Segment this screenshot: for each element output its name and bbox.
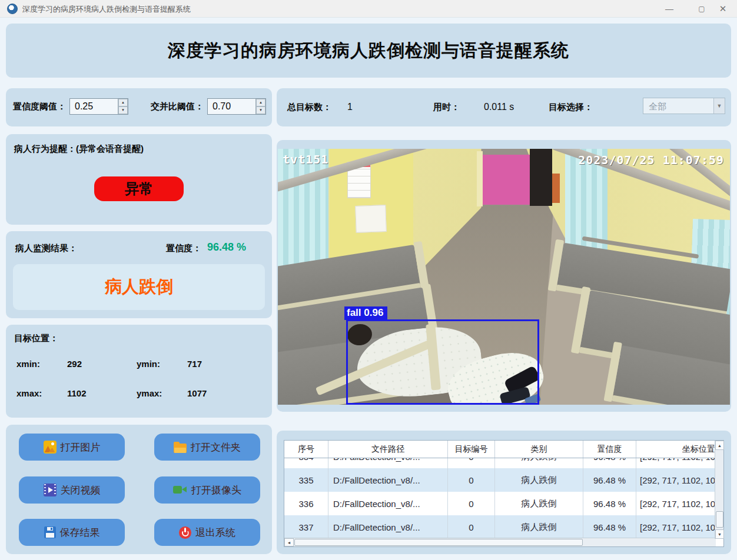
power-icon [179, 526, 191, 539]
ymin-value: 717 [187, 359, 202, 369]
page-title: 深度学习的病房环境病人跌倒检测与语音提醒系统 [6, 24, 731, 78]
confidence-threshold-value[interactable]: 0.25 [70, 99, 118, 114]
target-position-panel: 目标位置： xmin: 292 ymin: 717 xmax: 1102 yma… [6, 325, 272, 418]
video-panel: fall 0.96 tvt151 2023/07/25 11:07:59 [277, 140, 731, 412]
camera-icon [173, 484, 187, 496]
iou-threshold-spinner[interactable]: 0.70 ▲ ▼ [207, 98, 266, 115]
open-image-button[interactable]: 打开图片 [19, 434, 125, 461]
elapsed-time-label: 用时： [433, 102, 460, 113]
monitor-result-label: 病人监测结果： [15, 243, 77, 254]
vertical-scrollbar[interactable]: ▲ ▼ [715, 441, 723, 539]
horizontal-scrollbar[interactable]: ◄ [284, 538, 716, 546]
ymax-value: 1077 [187, 388, 207, 398]
scroll-left-icon[interactable]: ◄ [284, 538, 294, 546]
app-icon [7, 4, 18, 14]
table-viewport: 334 D:/FallDetection_v8/... 0 病人跌倒 96.48… [284, 458, 716, 539]
behavior-alert-label: 病人行为提醒：(异常会语音提醒) [14, 144, 144, 155]
ymin-label: ymin: [137, 359, 160, 369]
spin-down-icon[interactable]: ▼ [256, 106, 265, 114]
results-table: 序号 文件路径 目标编号 类别 置信度 坐标位置 334 D:/FallDete… [284, 440, 724, 547]
image-icon [44, 441, 57, 454]
scroll-up-icon[interactable]: ▲ [715, 441, 724, 450]
confidence-threshold-spinner[interactable]: 0.25 ▲ ▼ [69, 98, 128, 115]
thresholds-panel: 置信度阈值： 0.25 ▲ ▼ 交并比阈值： 0.70 ▲ ▼ [6, 88, 272, 126]
detection-label: fall 0.96 [344, 306, 387, 320]
save-icon [44, 526, 56, 538]
close-button[interactable]: ✕ [710, 0, 736, 18]
target-select-value: 全部 [643, 98, 713, 114]
titlebar: 深度学习的病房环境病人跌倒检测与语音提醒系统 — ▢ ✕ [0, 0, 737, 18]
wall-papers [355, 205, 387, 233]
target-position-label: 目标位置： [14, 333, 58, 344]
confidence-label: 置信度： [166, 243, 201, 254]
results-table-panel: 序号 文件路径 目标编号 类别 置信度 坐标位置 334 D:/FallDete… [277, 431, 731, 554]
header-category[interactable]: 类别 [495, 441, 583, 458]
camera-id-overlay: tvt151 [283, 152, 328, 166]
close-video-button[interactable]: 关闭视频 [19, 476, 125, 504]
stats-panel: 总目标数： 1 用时： 0.011 s 目标选择： 全部 ▼ [277, 88, 731, 126]
open-camera-button[interactable]: 打开摄像头 [154, 476, 260, 504]
total-targets-value: 1 [347, 102, 353, 112]
spinner-buttons: ▲ ▼ [118, 99, 128, 114]
minimize-button[interactable]: — [656, 0, 682, 18]
header-coordinates[interactable]: 坐标位置 [636, 441, 716, 458]
xmax-label: xmax: [16, 388, 42, 398]
spin-up-icon[interactable]: ▲ [118, 99, 128, 106]
doorway [530, 149, 552, 206]
film-icon [44, 484, 57, 496]
ymax-label: ymax: [137, 388, 162, 398]
spin-up-icon[interactable]: ▲ [256, 99, 265, 106]
header-target-id[interactable]: 目标编号 [448, 441, 495, 458]
monitor-result-panel: 病人监测结果： 置信度： 96.48 % 病人跌倒 [6, 231, 272, 318]
table-row[interactable]: 335 D:/FallDetection_v8/... 0 病人跌倒 96.48… [284, 468, 716, 492]
table-row[interactable]: 337 D:/FallDetection_v8/... 0 病人跌倒 96.48… [284, 515, 716, 539]
xmin-label: xmin: [16, 359, 40, 369]
xmin-value: 292 [67, 359, 82, 369]
table-header-row: 序号 文件路径 目标编号 类别 置信度 坐标位置 [284, 441, 716, 458]
door-frame [477, 151, 483, 206]
spinner-buttons: ▲ ▼ [255, 99, 265, 114]
elapsed-time-value: 0.011 s [484, 102, 514, 112]
header-panel: 深度学习的病房环境病人跌倒检测与语音提醒系统 [6, 24, 731, 78]
window-title: 深度学习的病房环境病人跌倒检测与语音提醒系统 [22, 4, 191, 15]
header-filepath[interactable]: 文件路径 [328, 441, 448, 458]
horizontal-scroll-thumb[interactable] [294, 539, 583, 546]
confidence-value: 96.48 % [207, 241, 246, 254]
header-index[interactable]: 序号 [284, 441, 328, 458]
folder-icon [174, 444, 187, 453]
spin-down-icon[interactable]: ▼ [118, 106, 128, 114]
confidence-threshold-label: 置信度阈值： [13, 101, 66, 112]
target-select-dropdown[interactable]: 全部 ▼ [643, 98, 725, 114]
camera-feed: fall 0.96 tvt151 2023/07/25 11:07:59 [278, 149, 730, 405]
open-folder-button[interactable]: 打开文件夹 [154, 434, 260, 461]
iou-threshold-value[interactable]: 0.70 [208, 99, 255, 114]
chevron-down-icon[interactable]: ▼ [713, 98, 725, 114]
save-results-button[interactable]: 保存结果 [19, 519, 125, 546]
iou-threshold-label: 交并比阈值： [151, 101, 204, 112]
fall-result-badge: 病人跌倒 [13, 264, 265, 310]
xmax-value: 1102 [67, 388, 87, 398]
exit-system-button[interactable]: 退出系统 [154, 519, 260, 546]
app-window: 深度学习的病房环境病人跌倒检测与语音提醒系统 — ▢ ✕ 深度学习的病房环境病人… [0, 0, 737, 560]
detection-bounding-box [346, 319, 539, 405]
target-select-label: 目标选择： [549, 102, 593, 113]
header-confidence[interactable]: 置信度 [583, 441, 636, 458]
action-buttons-panel: 打开图片 打开文件夹 关闭视频 打开摄像头 保存结果 退出系统 [6, 425, 272, 554]
abnormal-status-badge: 异常 [94, 176, 184, 201]
doorway-side [552, 174, 560, 203]
timestamp-overlay: 2023/07/25 11:07:59 [578, 153, 724, 167]
table-row[interactable]: 334 D:/FallDetection_v8/... 0 病人跌倒 96.48… [284, 458, 716, 468]
table-row[interactable]: 336 D:/FallDetection_v8/... 0 病人跌倒 96.48… [284, 492, 716, 515]
scroll-down-icon[interactable]: ▼ [715, 529, 724, 539]
pink-door [483, 155, 530, 205]
total-targets-label: 总目标数： [287, 102, 331, 113]
vertical-scroll-thumb[interactable] [716, 511, 723, 528]
behavior-alert-panel: 病人行为提醒：(异常会语音提醒) 异常 [6, 134, 272, 225]
